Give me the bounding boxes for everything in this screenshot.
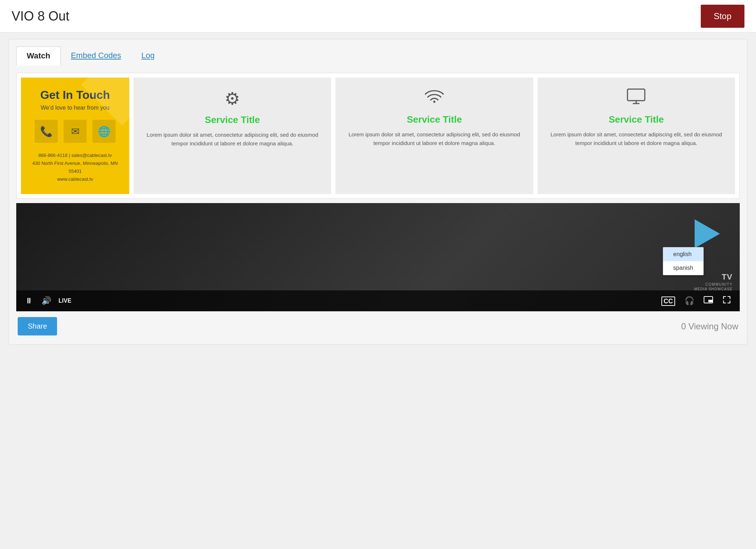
pause-button[interactable]: ⏸ — [23, 295, 34, 307]
service-desc-2: Lorem ipsum dolor sit amet, consectetur … — [343, 130, 526, 148]
svg-rect-3 — [708, 300, 712, 302]
video-controls-bar: ⏸ 🔊 LIVE CC 🎧 — [16, 290, 740, 311]
pip-icon — [704, 296, 713, 305]
live-badge: LIVE — [58, 298, 71, 304]
page-title: VIO 8 Out — [12, 9, 69, 24]
service-desc-3: Lorem ipsum dolor sit amet, consectetur … — [545, 130, 728, 148]
tab-log[interactable]: Log — [131, 47, 165, 66]
tab-watch[interactable]: Watch — [16, 47, 61, 66]
mail-icon-box: ✉ — [64, 120, 87, 143]
service-title-2: Service Title — [407, 114, 462, 125]
cards-container: Get In Touch We'd love to hear from you … — [16, 73, 740, 199]
monitor-icon — [627, 88, 646, 108]
tab-embed-codes[interactable]: Embed Codes — [61, 47, 131, 66]
contact-website: www.cablecast.tv — [30, 175, 121, 183]
contact-icons: 📞 ✉ 🌐 — [35, 120, 116, 143]
svg-marker-1 — [695, 219, 720, 248]
page-header: VIO 8 Out Stop — [0, 0, 756, 32]
service-desc-1: Lorem ipsum dolor sit amet, consectetur … — [141, 131, 324, 148]
get-in-touch-subtitle: We'd love to hear from you — [41, 105, 109, 111]
language-dropdown[interactable]: english spanish — [663, 247, 704, 275]
viewing-now: 0 Viewing Now — [681, 321, 738, 331]
contact-address: 430 North First Avenue, Minneapolis, MN … — [30, 159, 121, 175]
contact-phone: 866-866-4118 | sales@cablecast.tv — [30, 151, 121, 159]
get-in-touch-title: Get In Touch — [40, 88, 110, 102]
tabs-nav: Watch Embed Codes Log — [16, 47, 740, 66]
lang-option-spanish[interactable]: spanish — [663, 261, 703, 275]
stop-button[interactable]: Stop — [701, 5, 744, 28]
pip-button[interactable] — [702, 295, 714, 307]
mail-icon: ✉ — [71, 126, 79, 137]
svg-rect-0 — [627, 89, 645, 101]
globe-icon: 🌐 — [98, 126, 110, 137]
share-bar: Share 0 Viewing Now — [16, 311, 740, 337]
main-content: Watch Embed Codes Log Get In Touch We'd … — [9, 39, 747, 344]
share-button[interactable]: Share — [18, 317, 57, 335]
pause-icon: ⏸ — [25, 296, 33, 306]
volume-button[interactable]: 🔊 — [40, 295, 53, 307]
service-title-1: Service Title — [205, 114, 260, 126]
contact-info: 866-866-4118 | sales@cablecast.tv 430 No… — [30, 151, 121, 183]
service-card-1: ⚙ Service Title Lorem ipsum dolor sit am… — [134, 78, 331, 194]
phone-icon-box: 📞 — [35, 120, 58, 143]
headphone-button[interactable]: 🎧 — [683, 295, 696, 307]
globe-icon-box: 🌐 — [92, 120, 116, 143]
cc-icon: CC — [661, 297, 675, 306]
headphone-icon: 🎧 — [685, 296, 694, 305]
controls-right: CC 🎧 — [660, 294, 733, 308]
gear-icon: ⚙ — [225, 88, 240, 109]
wifi-icon — [425, 88, 444, 108]
get-in-touch-card: Get In Touch We'd love to hear from you … — [21, 78, 129, 194]
fullscreen-icon — [722, 297, 731, 306]
service-card-3: Service Title Lorem ipsum dolor sit amet… — [538, 78, 735, 194]
fullscreen-button[interactable] — [721, 294, 733, 308]
cc-button[interactable]: CC — [660, 295, 677, 307]
video-player: TV COMMUNITY MEDIA SHOWCASE english span… — [16, 203, 740, 311]
service-title-3: Service Title — [609, 114, 664, 125]
service-card-2: Service Title Lorem ipsum dolor sit amet… — [335, 78, 533, 194]
lang-option-english[interactable]: english — [663, 247, 703, 261]
volume-icon: 🔊 — [42, 296, 51, 306]
phone-icon: 📞 — [40, 126, 53, 137]
